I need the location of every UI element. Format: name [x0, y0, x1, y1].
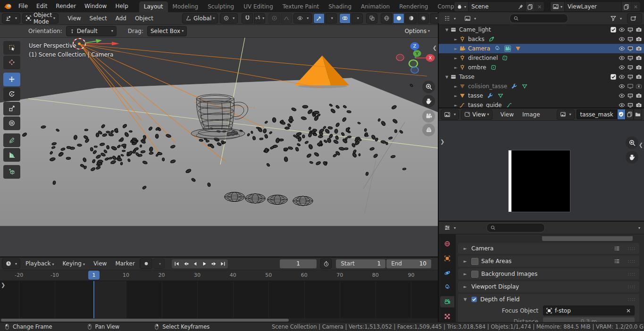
blender-logo-icon[interactable]: [4, 2, 12, 10]
nav-gizmo-minus-z[interactable]: [411, 67, 418, 74]
viewlayer-name[interactable]: ViewLayer: [565, 3, 621, 10]
tool-scale-button[interactable]: [3, 102, 20, 116]
outliner-item-label[interactable]: directionel: [468, 55, 498, 61]
outliner-row-directionel[interactable]: ►directionel: [439, 53, 644, 63]
viewport-canvas[interactable]: Z Y X User Perspective (1) Scene Collect…: [0, 38, 438, 257]
image-menu-image[interactable]: Image: [518, 111, 544, 118]
drag-setting-dropdown[interactable]: Select Box ▾: [147, 26, 187, 36]
topbar-menu-window[interactable]: Window: [80, 3, 111, 9]
disable-render-toggle[interactable]: [636, 83, 642, 90]
outliner-row-colision_tasse[interactable]: ►colision_tasse: [439, 82, 644, 91]
hide-eye-toggle[interactable]: [619, 102, 625, 108]
preset-list-icon[interactable]: [614, 245, 620, 252]
image-name-field[interactable]: tasse_mask: [577, 109, 617, 119]
hide-eye-toggle[interactable]: [619, 64, 625, 71]
viewlayer-copy-button[interactable]: [621, 2, 631, 11]
panel-header[interactable]: ►Viewport Display::::: [458, 281, 639, 292]
panel-header[interactable]: ►Background Images::::: [458, 268, 639, 280]
image-editor-type-button[interactable]: ▾: [441, 109, 459, 120]
orientation-setting-dropdown[interactable]: Default ▾: [66, 26, 117, 36]
object-visibility-dropdown[interactable]: ▾: [293, 13, 312, 24]
clear-object-icon[interactable]: [625, 307, 632, 314]
timeline-expand-arrow[interactable]: ❯: [1, 282, 5, 288]
properties-search[interactable]: [486, 223, 545, 232]
outliner-row-Tasse[interactable]: ▼Tasse: [439, 72, 644, 82]
disable-render-toggle[interactable]: [636, 102, 642, 108]
exclude-checkbox[interactable]: [610, 74, 617, 80]
transform-orientation-dropdown[interactable]: Global▾: [182, 13, 218, 24]
workspace-tab-rendering[interactable]: Rendering: [394, 1, 433, 12]
tool-cursor-button[interactable]: [3, 56, 20, 69]
panel-drag-grip[interactable]: ::::: [628, 272, 636, 276]
viewlayer-browse-button[interactable]: ▾: [551, 2, 565, 11]
image-editor-canvas[interactable]: ❯ ❮: [439, 121, 644, 221]
hide-eye-toggle[interactable]: [619, 83, 625, 90]
snap-settings-dropdown[interactable]: ▾: [254, 13, 265, 24]
hide-eye-toggle[interactable]: [619, 92, 625, 99]
shading-solid-button[interactable]: [393, 13, 404, 24]
disable-render-toggle[interactable]: [636, 45, 642, 52]
pin-icon[interactable]: [518, 4, 524, 10]
timeline-scrollbar-thumb[interactable]: [1, 319, 289, 322]
new-image-button[interactable]: [626, 109, 634, 120]
scene-unlink-button[interactable]: [535, 2, 544, 11]
tool-measure-button[interactable]: [3, 148, 20, 162]
tool-annotate-button[interactable]: [3, 133, 20, 147]
scene-browse-button[interactable]: ▾: [454, 2, 468, 11]
hide-eye-toggle[interactable]: [619, 26, 625, 33]
properties-tab-world[interactable]: [440, 238, 454, 249]
tool-rotate-button[interactable]: [3, 87, 20, 101]
hide-eye-toggle[interactable]: [619, 74, 625, 80]
panel-disclosure-icon[interactable]: ▼: [462, 297, 468, 302]
new-collection-button[interactable]: [627, 13, 642, 24]
hide-eye-toggle[interactable]: [619, 36, 625, 42]
disable-render-toggle[interactable]: [636, 64, 642, 71]
wireframe-sphere[interactable]: [225, 192, 244, 202]
outliner-row-Camera[interactable]: ►Camera: [439, 44, 644, 53]
scene-name[interactable]: Scene: [468, 3, 518, 10]
outliner-filter-button[interactable]: ▾: [607, 13, 625, 24]
pivot-point-dropdown[interactable]: ▾: [220, 13, 238, 24]
panel-checkbox[interactable]: [471, 271, 478, 278]
properties-tab-texture[interactable]: [440, 311, 454, 322]
proportional-falloff-dropdown[interactable]: [281, 13, 292, 24]
exclude-checkbox[interactable]: [610, 26, 617, 33]
jump-to-start-button[interactable]: [172, 259, 181, 268]
preset-list-icon[interactable]: [614, 258, 620, 265]
image-menu-view[interactable]: View: [496, 111, 518, 118]
disable-viewport-toggle[interactable]: [627, 83, 634, 90]
timeline-body[interactable]: ❯: [0, 281, 438, 318]
gizmos-toggle[interactable]: [313, 13, 325, 24]
disable-render-toggle[interactable]: [636, 74, 642, 80]
disable-render-toggle[interactable]: [636, 55, 642, 61]
auto-keying-dropdown[interactable]: ▾: [153, 258, 165, 269]
panel-drag-grip[interactable]: ::::: [628, 297, 636, 302]
disclosure-icon[interactable]: ►: [452, 103, 459, 108]
zoom-view-button[interactable]: [422, 81, 435, 93]
panel-disclosure-icon[interactable]: ►: [462, 259, 468, 264]
shading-rendered-button[interactable]: [418, 13, 429, 24]
shading-wireframe-button[interactable]: [381, 13, 392, 24]
outliner-search[interactable]: [510, 14, 568, 23]
timeline-menu-marker[interactable]: Marker: [111, 260, 139, 267]
disclosure-icon[interactable]: ►: [452, 66, 459, 70]
disclosure-icon[interactable]: ►: [452, 37, 459, 41]
proportional-edit-toggle[interactable]: [268, 13, 280, 24]
panel-header[interactable]: ►Safe Areas::::: [458, 256, 639, 267]
gizmos-dropdown[interactable]: ▾: [326, 13, 337, 24]
pan-view-button[interactable]: [422, 95, 435, 108]
tool-add-cube-button[interactable]: [3, 165, 20, 179]
jump-to-end-button[interactable]: [218, 259, 228, 268]
scene-copy-button[interactable]: [525, 2, 535, 11]
prev-keyframe-button[interactable]: [181, 259, 191, 268]
image-browse-button[interactable]: ▾: [557, 109, 575, 120]
timeline-ruler[interactable]: -20-101020304050607080901: [0, 270, 438, 281]
timeline-menu-view[interactable]: View: [89, 260, 111, 267]
disclosure-icon[interactable]: ▼: [443, 28, 450, 32]
shading-material-button[interactable]: [405, 13, 417, 24]
hide-eye-toggle[interactable]: [619, 55, 625, 61]
camera-view-button[interactable]: [422, 110, 435, 123]
toggle-ortho-button[interactable]: [422, 124, 435, 136]
snap-toggle[interactable]: [242, 13, 253, 24]
panel-checkbox[interactable]: [471, 258, 478, 265]
